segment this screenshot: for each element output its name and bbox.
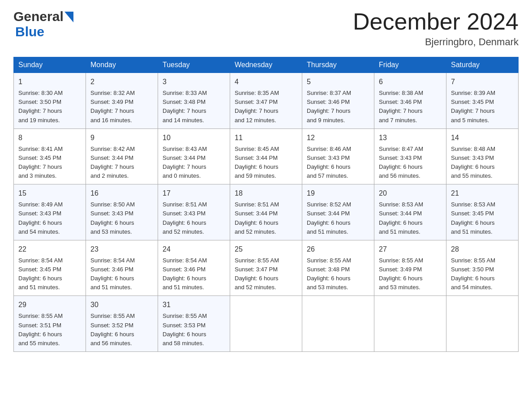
day-info: Sunrise: 8:33 AMSunset: 3:48 PMDaylight:… — [163, 89, 225, 125]
day-number: 13 — [379, 133, 442, 143]
day-number: 17 — [163, 188, 225, 199]
calendar-header: Sunday Monday Tuesday Wednesday Thursday… — [14, 57, 519, 73]
calendar-week-row: 8Sunrise: 8:41 AMSunset: 3:45 PMDaylight… — [14, 128, 519, 184]
calendar-cell — [446, 296, 519, 352]
day-info: Sunrise: 8:51 AMSunset: 3:44 PMDaylight:… — [235, 200, 297, 236]
calendar-week-row: 22Sunrise: 8:54 AMSunset: 3:45 PMDayligh… — [14, 240, 519, 296]
logo-blue-text: Blue — [15, 24, 44, 39]
title-area: December 2024 Bjerringbro, Denmark — [353, 9, 519, 48]
day-number: 4 — [235, 77, 297, 87]
calendar-cell: 17Sunrise: 8:51 AMSunset: 3:43 PMDayligh… — [158, 184, 230, 240]
day-info: Sunrise: 8:55 AMSunset: 3:50 PMDaylight:… — [451, 256, 514, 292]
calendar-cell: 9Sunrise: 8:42 AMSunset: 3:44 PMDaylight… — [86, 128, 158, 184]
day-info: Sunrise: 8:55 AMSunset: 3:49 PMDaylight:… — [379, 256, 442, 292]
day-number: 14 — [451, 133, 514, 143]
calendar-cell: 16Sunrise: 8:50 AMSunset: 3:43 PMDayligh… — [86, 184, 158, 240]
day-info: Sunrise: 8:45 AMSunset: 3:44 PMDaylight:… — [235, 145, 297, 181]
svg-marker-0 — [64, 12, 73, 22]
day-number: 10 — [163, 133, 225, 143]
calendar-body: 1Sunrise: 8:30 AMSunset: 3:50 PMDaylight… — [14, 73, 519, 352]
calendar-cell: 22Sunrise: 8:54 AMSunset: 3:45 PMDayligh… — [14, 240, 86, 296]
logo: General Blue — [13, 9, 73, 39]
day-number: 20 — [379, 188, 442, 199]
day-number: 19 — [307, 188, 369, 199]
day-number: 12 — [307, 133, 369, 143]
day-number: 21 — [451, 188, 514, 199]
calendar-cell: 12Sunrise: 8:46 AMSunset: 3:43 PMDayligh… — [302, 128, 374, 184]
day-info: Sunrise: 8:50 AMSunset: 3:43 PMDaylight:… — [90, 200, 153, 236]
day-info: Sunrise: 8:42 AMSunset: 3:44 PMDaylight:… — [90, 145, 153, 181]
page-header: General Blue December 2024 Bjerringbro, … — [13, 9, 519, 48]
day-info: Sunrise: 8:41 AMSunset: 3:45 PMDaylight:… — [18, 145, 81, 181]
calendar-cell: 25Sunrise: 8:55 AMSunset: 3:47 PMDayligh… — [230, 240, 302, 296]
month-title: December 2024 — [353, 9, 519, 34]
calendar-cell: 29Sunrise: 8:55 AMSunset: 3:51 PMDayligh… — [14, 296, 86, 352]
header-monday: Monday — [86, 57, 158, 73]
day-number: 7 — [451, 77, 514, 87]
day-number: 22 — [18, 244, 81, 255]
calendar-cell: 14Sunrise: 8:48 AMSunset: 3:43 PMDayligh… — [446, 128, 519, 184]
calendar-cell: 8Sunrise: 8:41 AMSunset: 3:45 PMDaylight… — [14, 128, 86, 184]
day-info: Sunrise: 8:53 AMSunset: 3:45 PMDaylight:… — [451, 200, 514, 236]
day-number: 6 — [379, 77, 442, 87]
day-number: 16 — [90, 188, 153, 199]
calendar-cell: 11Sunrise: 8:45 AMSunset: 3:44 PMDayligh… — [230, 128, 302, 184]
calendar-cell — [302, 296, 374, 352]
day-info: Sunrise: 8:54 AMSunset: 3:45 PMDaylight:… — [18, 256, 81, 292]
day-info: Sunrise: 8:49 AMSunset: 3:43 PMDaylight:… — [18, 200, 81, 236]
day-info: Sunrise: 8:53 AMSunset: 3:44 PMDaylight:… — [379, 200, 442, 236]
day-number: 26 — [307, 244, 369, 255]
day-number: 24 — [163, 244, 225, 255]
day-info: Sunrise: 8:51 AMSunset: 3:43 PMDaylight:… — [163, 200, 225, 236]
calendar-cell: 26Sunrise: 8:55 AMSunset: 3:48 PMDayligh… — [302, 240, 374, 296]
location-subtitle: Bjerringbro, Denmark — [353, 36, 519, 48]
day-info: Sunrise: 8:52 AMSunset: 3:44 PMDaylight:… — [307, 200, 369, 236]
day-info: Sunrise: 8:55 AMSunset: 3:52 PMDaylight:… — [90, 312, 153, 348]
calendar-cell: 7Sunrise: 8:39 AMSunset: 3:45 PMDaylight… — [446, 73, 519, 129]
calendar-cell: 1Sunrise: 8:30 AMSunset: 3:50 PMDaylight… — [14, 73, 86, 129]
day-number: 1 — [18, 77, 81, 87]
day-number: 2 — [90, 77, 153, 87]
day-number: 11 — [235, 133, 297, 143]
calendar-table: Sunday Monday Tuesday Wednesday Thursday… — [13, 57, 519, 352]
calendar-cell: 4Sunrise: 8:35 AMSunset: 3:47 PMDaylight… — [230, 73, 302, 129]
day-number: 15 — [18, 188, 81, 199]
day-info: Sunrise: 8:32 AMSunset: 3:49 PMDaylight:… — [90, 89, 153, 125]
logo-arrow-icon — [64, 12, 73, 22]
calendar-cell: 30Sunrise: 8:55 AMSunset: 3:52 PMDayligh… — [86, 296, 158, 352]
calendar-cell: 21Sunrise: 8:53 AMSunset: 3:45 PMDayligh… — [446, 184, 519, 240]
day-info: Sunrise: 8:55 AMSunset: 3:51 PMDaylight:… — [18, 312, 81, 348]
day-info: Sunrise: 8:37 AMSunset: 3:46 PMDaylight:… — [307, 89, 369, 125]
calendar-week-row: 15Sunrise: 8:49 AMSunset: 3:43 PMDayligh… — [14, 184, 519, 240]
header-saturday: Saturday — [446, 57, 519, 73]
logo-general-text: General — [13, 9, 64, 24]
day-info: Sunrise: 8:35 AMSunset: 3:47 PMDaylight:… — [235, 89, 297, 125]
header-row: Sunday Monday Tuesday Wednesday Thursday… — [14, 57, 519, 73]
calendar-cell: 31Sunrise: 8:55 AMSunset: 3:53 PMDayligh… — [158, 296, 230, 352]
day-number: 25 — [235, 244, 297, 255]
day-info: Sunrise: 8:30 AMSunset: 3:50 PMDaylight:… — [18, 89, 81, 125]
calendar-cell: 18Sunrise: 8:51 AMSunset: 3:44 PMDayligh… — [230, 184, 302, 240]
header-friday: Friday — [374, 57, 446, 73]
day-info: Sunrise: 8:46 AMSunset: 3:43 PMDaylight:… — [307, 145, 369, 181]
calendar-cell: 20Sunrise: 8:53 AMSunset: 3:44 PMDayligh… — [374, 184, 446, 240]
calendar-cell: 24Sunrise: 8:54 AMSunset: 3:46 PMDayligh… — [158, 240, 230, 296]
day-info: Sunrise: 8:55 AMSunset: 3:47 PMDaylight:… — [235, 256, 297, 292]
header-thursday: Thursday — [302, 57, 374, 73]
day-info: Sunrise: 8:48 AMSunset: 3:43 PMDaylight:… — [451, 145, 514, 181]
header-wednesday: Wednesday — [230, 57, 302, 73]
day-info: Sunrise: 8:43 AMSunset: 3:44 PMDaylight:… — [163, 145, 225, 181]
calendar-cell — [230, 296, 302, 352]
day-number: 5 — [307, 77, 369, 87]
day-number: 29 — [18, 300, 81, 310]
calendar-cell: 5Sunrise: 8:37 AMSunset: 3:46 PMDaylight… — [302, 73, 374, 129]
day-info: Sunrise: 8:54 AMSunset: 3:46 PMDaylight:… — [163, 256, 225, 292]
calendar-cell: 23Sunrise: 8:54 AMSunset: 3:46 PMDayligh… — [86, 240, 158, 296]
day-number: 8 — [18, 133, 81, 143]
day-number: 30 — [90, 300, 153, 310]
day-info: Sunrise: 8:47 AMSunset: 3:43 PMDaylight:… — [379, 145, 442, 181]
day-number: 28 — [451, 244, 514, 255]
calendar-cell: 19Sunrise: 8:52 AMSunset: 3:44 PMDayligh… — [302, 184, 374, 240]
day-number: 23 — [90, 244, 153, 255]
calendar-cell: 2Sunrise: 8:32 AMSunset: 3:49 PMDaylight… — [86, 73, 158, 129]
